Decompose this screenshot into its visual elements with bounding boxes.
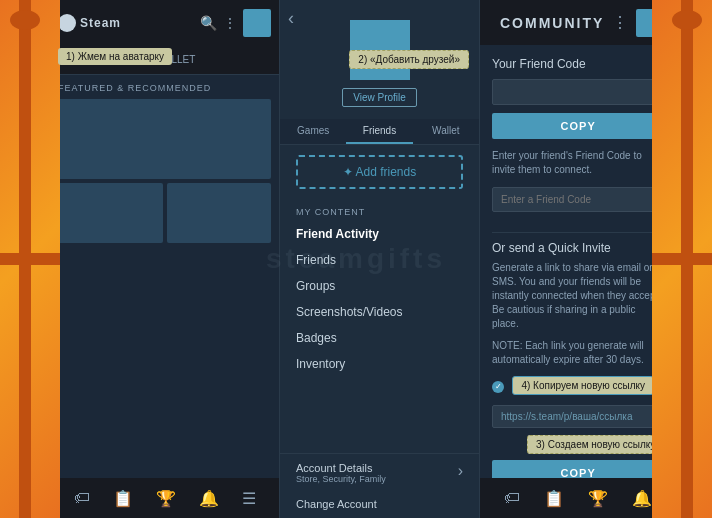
content-inventory[interactable]: Inventory bbox=[280, 351, 479, 377]
bottom-icon-list[interactable]: 📋 bbox=[113, 489, 133, 508]
divider-1 bbox=[492, 232, 664, 233]
tooltip-3-container: 3) Создаем новую ссылку bbox=[492, 434, 664, 458]
copy-link-button[interactable]: COPY bbox=[492, 460, 664, 478]
menu-dots-icon[interactable]: ⋮ bbox=[223, 15, 237, 31]
content-badges[interactable]: Badges bbox=[280, 325, 479, 351]
search-icon[interactable]: 🔍 bbox=[200, 15, 217, 31]
quick-invite-desc: Generate a link to share via email or SM… bbox=[492, 261, 664, 331]
main-area: Steam 🔍 ⋮ MENU▾ WISHLIST WALLET 1) Жмем … bbox=[50, 0, 662, 518]
left-bottom-nav: 🏷 📋 🏆 🔔 ☰ bbox=[50, 478, 279, 518]
gift-decoration-left bbox=[0, 0, 60, 518]
featured-item-wide[interactable] bbox=[58, 99, 271, 179]
steam-header: Steam 🔍 ⋮ bbox=[50, 0, 279, 45]
community-dots-icon[interactable]: ⋮ bbox=[612, 13, 628, 32]
account-details-subtitle: Store, Security, Family bbox=[296, 474, 463, 484]
left-panel: Steam 🔍 ⋮ MENU▾ WISHLIST WALLET 1) Жмем … bbox=[50, 0, 280, 518]
tooltip-2: 2) «Добавить друзей» bbox=[349, 50, 469, 69]
content-groups[interactable]: Groups bbox=[280, 273, 479, 299]
profile-tabs: Games Friends Wallet bbox=[280, 119, 479, 145]
featured-item-1[interactable] bbox=[58, 183, 163, 243]
right-panel: COMMUNITY ⋮ Your Friend Code COPY Enter … bbox=[480, 0, 676, 518]
gift-decoration-right bbox=[652, 0, 712, 518]
featured-item-2[interactable] bbox=[167, 183, 272, 243]
content-list: Friend Activity Friends Groups Screensho… bbox=[280, 221, 479, 453]
checkmark-icon: ✓ bbox=[492, 381, 504, 393]
comm-bottom-icon-list[interactable]: 📋 bbox=[544, 489, 564, 508]
my-content-label: MY CONTENT bbox=[280, 199, 479, 221]
account-details[interactable]: › Account Details Store, Security, Famil… bbox=[280, 453, 479, 492]
steam-icon bbox=[58, 14, 76, 32]
bottom-icon-trophy[interactable]: 🏆 bbox=[156, 489, 176, 508]
steam-logo-text: Steam bbox=[80, 16, 121, 30]
tooltip-4: 4) Копируем новую ссылку bbox=[512, 376, 654, 395]
tooltip-3: 3) Создаем новую ссылку bbox=[527, 435, 664, 454]
account-details-title: Account Details bbox=[296, 462, 463, 474]
friend-code-input[interactable] bbox=[492, 79, 664, 105]
middle-panel: ‹ View Profile 2) «Добавить друзей» Game… bbox=[280, 0, 480, 518]
community-content: Your Friend Code COPY Enter your friend'… bbox=[480, 45, 676, 478]
bottom-icon-tag[interactable]: 🏷 bbox=[74, 489, 90, 507]
community-header: COMMUNITY ⋮ bbox=[480, 0, 676, 45]
change-account-button[interactable]: Change Account bbox=[280, 492, 479, 518]
community-bottom-nav: 🏷 📋 🏆 🔔 bbox=[480, 478, 676, 518]
enter-friend-code-input[interactable] bbox=[492, 187, 664, 212]
copy-friend-code-button[interactable]: COPY bbox=[492, 113, 664, 139]
comm-bottom-icon-bell[interactable]: 🔔 bbox=[632, 489, 652, 508]
tooltip-4-container: ✓ 4) Копируем новую ссылку bbox=[492, 375, 664, 401]
quick-invite-title: Or send a Quick Invite bbox=[492, 241, 664, 255]
steam-logo: Steam bbox=[58, 14, 121, 32]
featured-label: FEATURED & RECOMMENDED bbox=[58, 83, 271, 93]
tooltip-1: 1) Жмем на аватарку bbox=[58, 48, 172, 65]
comm-bottom-icon-trophy[interactable]: 🏆 bbox=[588, 489, 608, 508]
tab-games[interactable]: Games bbox=[280, 119, 346, 144]
back-button[interactable]: ‹ bbox=[288, 8, 294, 29]
view-profile-button[interactable]: View Profile bbox=[342, 88, 417, 107]
content-screenshots[interactable]: Screenshots/Videos bbox=[280, 299, 479, 325]
account-arrow-icon: › bbox=[458, 462, 463, 480]
friend-code-title: Your Friend Code bbox=[492, 57, 664, 71]
comm-bottom-icon-tag[interactable]: 🏷 bbox=[504, 489, 520, 507]
bottom-icon-bell[interactable]: 🔔 bbox=[199, 489, 219, 508]
add-friends-button[interactable]: ✦ Add friends bbox=[296, 155, 463, 189]
featured-section: FEATURED & RECOMMENDED bbox=[50, 75, 279, 478]
tab-friends[interactable]: Friends bbox=[346, 119, 412, 144]
content-friend-activity[interactable]: Friend Activity bbox=[280, 221, 479, 247]
invite-text: Enter your friend's Friend Code to invit… bbox=[492, 149, 664, 177]
community-title: COMMUNITY bbox=[500, 15, 604, 31]
user-avatar-small[interactable] bbox=[243, 9, 271, 37]
featured-grid bbox=[58, 183, 271, 243]
quick-invite-note: NOTE: Each link you generate will automa… bbox=[492, 339, 664, 367]
content-friends[interactable]: Friends bbox=[280, 247, 479, 273]
bottom-icon-menu[interactable]: ☰ bbox=[242, 489, 256, 508]
tab-wallet[interactable]: Wallet bbox=[413, 119, 479, 144]
link-url: https://s.team/p/ваша/ссылка bbox=[492, 405, 664, 428]
